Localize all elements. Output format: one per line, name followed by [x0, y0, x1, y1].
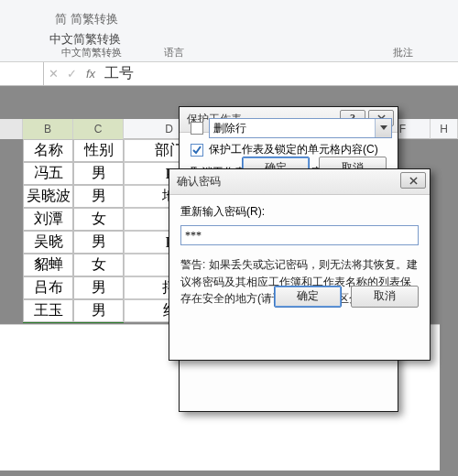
- option-checkbox[interactable]: [191, 122, 203, 135]
- cell[interactable]: 男: [73, 231, 124, 254]
- cell[interactable]: 男: [73, 162, 124, 185]
- check-icon: [191, 145, 202, 156]
- column-header-h[interactable]: H: [431, 119, 458, 139]
- cell[interactable]: 吴晓: [23, 231, 73, 254]
- options-dropdown[interactable]: 删除行: [209, 118, 392, 138]
- column-header-b[interactable]: B: [23, 119, 73, 139]
- cell[interactable]: 性别: [73, 139, 124, 162]
- cell[interactable]: 冯五: [23, 162, 73, 185]
- ribbon: 简 简繁转换 中文简繁转换 中文简繁转换 语言 批注: [0, 0, 458, 62]
- dialog-title: 确认密码: [177, 174, 221, 189]
- ribbon-group-zhcn: 中文简繁转换: [37, 46, 147, 60]
- password-value: ***: [185, 229, 202, 243]
- name-box[interactable]: [0, 62, 44, 86]
- ribbon-group-language: 语言: [147, 46, 202, 60]
- cell[interactable]: 男: [73, 276, 124, 299]
- dropdown-value: 删除行: [213, 121, 246, 136]
- dialog-titlebar[interactable]: 确认密码: [169, 169, 430, 195]
- cell[interactable]: 名称: [23, 139, 73, 162]
- cell[interactable]: 男: [73, 185, 124, 208]
- cell[interactable]: 吕布: [23, 276, 73, 299]
- cell[interactable]: 刘潭: [23, 208, 73, 231]
- cell[interactable]: 男: [73, 299, 124, 322]
- confirm-password-dialog: 确认密码 重新输入密码(R): *** 警告: 如果丢失或忘记密码，则无法将其恢…: [169, 168, 431, 361]
- select-all-corner[interactable]: [0, 119, 23, 139]
- accept-formula-icon[interactable]: ✓: [62, 65, 81, 83]
- cell[interactable]: 女: [73, 254, 124, 276]
- cancel-button[interactable]: 取消: [351, 286, 419, 308]
- cell[interactable]: 女: [73, 208, 124, 231]
- ok-button[interactable]: 确定: [274, 286, 342, 308]
- column-header-c[interactable]: C: [73, 119, 124, 139]
- chevron-down-icon[interactable]: [375, 119, 391, 137]
- cell[interactable]: 王玉: [23, 299, 73, 322]
- cell[interactable]: 貂蝉: [23, 254, 73, 276]
- cell[interactable]: 吴晓波: [23, 185, 73, 208]
- ribbon-item-1[interactable]: 简 简繁转换: [55, 11, 118, 27]
- close-icon: [409, 177, 418, 185]
- close-button[interactable]: [400, 172, 426, 189]
- fx-label[interactable]: fx: [86, 67, 95, 81]
- password-input[interactable]: ***: [180, 225, 419, 245]
- cancel-formula-icon[interactable]: ✕: [44, 65, 62, 83]
- reenter-password-label: 重新输入密码(R):: [180, 204, 419, 220]
- formula-bar: ✕ ✓ fx: [0, 62, 458, 86]
- formula-input[interactable]: [101, 65, 458, 83]
- ribbon-group-comments: 批注: [376, 46, 431, 60]
